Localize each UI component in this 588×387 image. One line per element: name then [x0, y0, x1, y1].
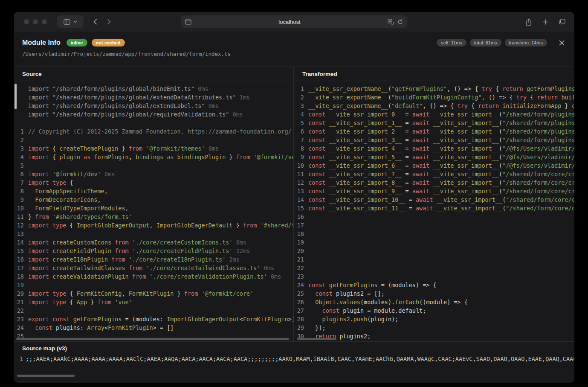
share-icon	[526, 18, 532, 26]
code-line: 8 FormAppSpecificTheme,	[14, 187, 293, 195]
code-line: 7import type {	[14, 178, 293, 187]
code-line: 12const __vite_ssr_import_8__ = await __…	[294, 178, 574, 187]
close-icon	[559, 40, 565, 46]
code-line: 9const __vite_ssr_import_5__ = await __v…	[294, 153, 574, 161]
site-settings-icon	[185, 19, 191, 25]
code-line: 3__vite_ssr_exportName__("default", () =…	[294, 102, 574, 110]
code-line: import "/shared/form/plugins/global/exte…	[14, 93, 293, 102]
code-line: 19	[294, 238, 574, 247]
code-line: 1__vite_ssr_exportName__("getFormPlugins…	[294, 84, 574, 93]
code-line: 15import createFieldPlugin from './core/…	[14, 247, 293, 255]
transform-time-badge: transform: 14ms	[505, 39, 547, 47]
code-line: 25 const plugins2 = [];	[294, 289, 574, 298]
self-time-badge: self: 11ms	[437, 39, 466, 47]
sidebar-icon	[64, 19, 70, 25]
forward-button[interactable]	[102, 15, 115, 28]
code-line: 20	[294, 247, 574, 255]
code-line: 11} from '#shared/types/form.ts'	[14, 212, 293, 221]
transformed-panel-title: Transformed	[294, 67, 574, 81]
new-tab-button[interactable]	[541, 17, 550, 26]
code-line: 18import createValidationPlugin from './…	[14, 272, 293, 281]
sourcemap-horizontal-scrollbar[interactable]	[17, 375, 75, 377]
source-vertical-scrollbar[interactable]	[14, 84, 17, 109]
address-bar[interactable]: localhost	[181, 15, 407, 28]
reload-icon[interactable]	[397, 19, 403, 25]
code-line: 24 const plugins: Array<FormKitPlugin> =…	[14, 323, 293, 332]
code-line: 14import createCustomIcons from './core/…	[14, 238, 293, 247]
code-line: 4const __vite_ssr_import_0__ = await __v…	[294, 110, 574, 119]
code-line: 17import createTailwindClasses from './c…	[14, 264, 293, 272]
code-line: 16	[294, 212, 574, 221]
translate-icon[interactable]	[388, 19, 394, 25]
browser-window: localhost	[14, 12, 574, 383]
module-file-path: /Users/vladimir/Projects/zammad/app/fron…	[22, 51, 566, 57]
share-button[interactable]	[524, 17, 533, 26]
code-panels: Source import "/shared/form/plugins/glob…	[14, 67, 574, 341]
chevron-down-icon	[73, 20, 77, 23]
code-line: 18	[294, 230, 574, 238]
chevron-left-icon	[93, 19, 97, 25]
sourcemap-mappings: ;;;AAEA;AAAkC;AAAA;AAAA;AAAA;AAClC;AAEA;…	[26, 355, 574, 363]
code-line: 16import createI18nPlugin from './core/c…	[14, 255, 293, 264]
sourcemap-title: Source map (v3)	[14, 342, 574, 355]
url-text: localhost	[195, 19, 384, 25]
code-line: 2	[14, 136, 293, 144]
code-line: 6const __vite_ssr_import_2__ = await __v…	[294, 127, 574, 136]
code-line: 17	[294, 221, 574, 230]
source-horizontal-scrollbar[interactable]	[16, 338, 289, 340]
code-line: 24const getFormPlugins = (modules) => {	[294, 281, 574, 289]
tabs-overview-button[interactable]	[557, 17, 567, 26]
code-line: 29 });	[294, 323, 574, 332]
plus-icon	[543, 19, 548, 25]
code-line: 8const __vite_ssr_import_4__ = await __v…	[294, 144, 574, 153]
close-window-button[interactable]	[24, 19, 29, 24]
code-line: 5	[14, 161, 293, 170]
cache-status-badge: not cached	[92, 39, 125, 47]
code-line: import "/shared/form/plugins/global/bind…	[14, 84, 293, 93]
code-line: 15const __vite_ssr_import_11__ = await _…	[294, 204, 574, 212]
sourcemap-line: 1 ;;;AAEA;AAAkC;AAAA;AAAA;AAAA;AAClC;AAE…	[14, 355, 574, 363]
transformed-horizontal-scrollbar[interactable]	[297, 338, 336, 340]
back-button[interactable]	[89, 15, 101, 28]
code-line: 23	[294, 272, 574, 281]
timing-metrics: self: 11ms total: 61ms transform: 14ms	[437, 39, 547, 47]
code-line: 7const __vite_ssr_import_3__ = await __v…	[294, 136, 574, 144]
module-info-header: Module Info inline not cached self: 11ms…	[14, 32, 574, 67]
total-time-badge: total: 61ms	[470, 39, 501, 47]
tabs-icon	[559, 19, 565, 25]
code-line: 22	[14, 306, 293, 315]
code-line: import "/shared/form/plugins/global/exte…	[14, 102, 293, 110]
code-line: 6import '@formkit/dev' 0ms	[14, 170, 293, 178]
code-line: 21	[294, 255, 574, 264]
code-line: 28 plugins2.push(plugin);	[294, 315, 574, 323]
code-line: 14const __vite_ssr_import_10__ = await _…	[294, 195, 574, 204]
transformed-panel: Transformed 1__vite_ssr_exportName__("ge…	[294, 67, 574, 341]
code-line: 23export const getFormPlugins = (modules…	[14, 315, 293, 323]
sidebar-toggle-button[interactable]	[57, 15, 84, 28]
minimize-window-button[interactable]	[33, 19, 38, 24]
source-panel: Source import "/shared/form/plugins/glob…	[14, 67, 294, 341]
code-line: 10 FormFieldTypeImportModules,	[14, 204, 293, 212]
sourcemap-line-number: 1	[20, 355, 26, 363]
code-line: 20import type { FormKitConfig, FormKitPl…	[14, 289, 293, 298]
code-line: 3import { createThemePlugin } from '@for…	[14, 144, 293, 153]
code-line: 10const __vite_ssr_import_6__ = await __…	[294, 161, 574, 170]
code-line	[14, 119, 293, 127]
code-line: 19	[14, 281, 293, 289]
code-line: 13	[14, 230, 293, 238]
chevron-right-icon	[107, 19, 111, 25]
code-line: 13const __vite_ssr_import_9__ = await __…	[294, 187, 574, 195]
code-line: 11const __vite_ssr_import_7__ = await __…	[294, 170, 574, 178]
browser-titlebar: localhost	[14, 12, 574, 32]
inline-badge: inline	[67, 39, 87, 47]
sourcemap-section: Source map (v3) 1 ;;;AAEA;AAAkC;AAAA;AAA…	[14, 341, 574, 383]
zoom-window-button[interactable]	[42, 19, 47, 24]
transformed-code: 1__vite_ssr_exportName__("getFormPlugins…	[294, 81, 574, 341]
close-module-info-button[interactable]	[557, 38, 566, 47]
code-line: 21import type { App } from 'vue'	[14, 298, 293, 306]
code-line: 22	[294, 264, 574, 272]
titlebar-actions	[524, 15, 567, 28]
code-line: 1// Copyright (C) 2012-2025 Zammad Found…	[14, 127, 293, 136]
code-line: 12import type { ImportGlobEagerOutput, I…	[14, 221, 293, 230]
code-line: 2__vite_ssr_exportName__("buildFormKitPl…	[294, 93, 574, 102]
